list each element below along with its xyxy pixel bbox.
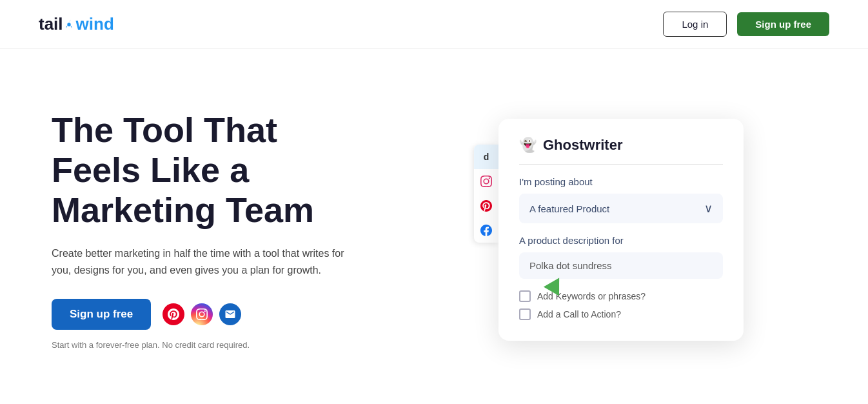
logo-tail: tail (39, 14, 63, 34)
header-actions: Log in Sign up free (663, 12, 829, 37)
signup-main-button[interactable]: Sign up free (52, 299, 151, 330)
strip-item-pinterest[interactable] (474, 194, 498, 218)
posting-label: I'm posting about (519, 176, 723, 187)
dropdown[interactable]: A featured Product ∨ (519, 194, 723, 223)
email-icon[interactable] (219, 303, 241, 325)
checkbox-keywords[interactable] (519, 290, 531, 302)
forever-free-text: Start with a forever-free plan. No credi… (52, 340, 387, 350)
checkbox-cta-label: Add a Call to Action? (537, 309, 621, 319)
logo-windmill-icon (63, 19, 75, 30)
strip-item-d[interactable]: d (474, 145, 498, 169)
svg-point-0 (67, 23, 70, 26)
main-content: The Tool That Feels Like a Marketing Tea… (0, 49, 868, 398)
logo[interactable]: tail wind (39, 14, 114, 34)
hero-headline: The Tool That Feels Like a Marketing Tea… (52, 110, 387, 230)
sidebar-strip: d (474, 145, 498, 243)
card-title: Ghostwriter (543, 137, 622, 154)
card-header: 👻 Ghostwriter (519, 137, 723, 165)
hero-right: d 👻 Ghostwriter I'm posting about (439, 119, 816, 341)
logo-wind: wind (76, 14, 114, 34)
chevron-down-icon: ∨ (704, 201, 713, 216)
ghost-icon: 👻 (519, 137, 537, 154)
dropdown-value: A featured Product (529, 203, 609, 214)
card-wrapper: d 👻 Ghostwriter I'm posting about (498, 119, 756, 341)
hero-subheadline: Create better marketing in half the time… (52, 245, 361, 278)
strip-item-instagram[interactable] (474, 169, 498, 194)
description-label: A product description for (519, 235, 723, 246)
signup-header-button[interactable]: Sign up free (737, 12, 829, 36)
login-button[interactable]: Log in (663, 12, 727, 37)
hero-left: The Tool That Feels Like a Marketing Tea… (52, 110, 387, 350)
ghostwriter-card: 👻 Ghostwriter I'm posting about A featur… (498, 119, 744, 341)
social-icons (163, 303, 241, 325)
instagram-icon[interactable] (191, 303, 213, 325)
checkbox-cta[interactable] (519, 308, 531, 320)
cta-row: Sign up free (52, 299, 387, 330)
checkbox-row-2[interactable]: Add a Call to Action? (519, 308, 723, 320)
strip-item-facebook[interactable] (474, 218, 498, 243)
header: tail wind Log in Sign up free (0, 0, 868, 49)
pinterest-icon[interactable] (163, 303, 184, 325)
product-input[interactable]: Polka dot sundress (519, 252, 723, 279)
